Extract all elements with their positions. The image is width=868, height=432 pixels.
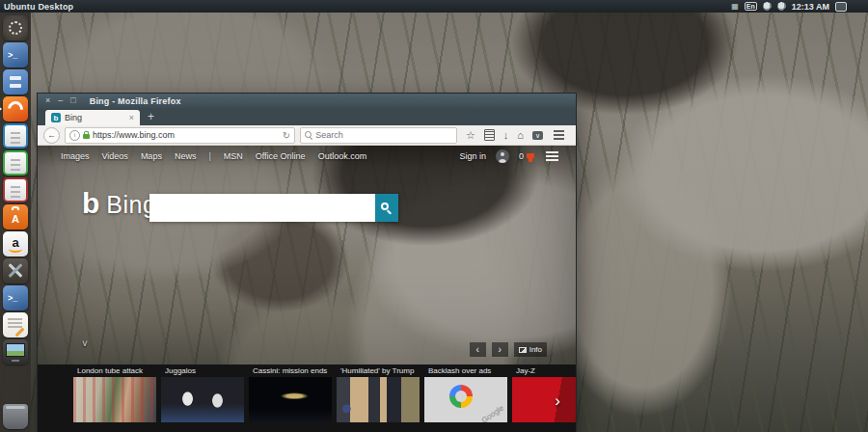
search-icon xyxy=(305,131,312,139)
launcher-trash-icon[interactable] xyxy=(3,404,28,429)
launcher-text-editor-icon[interactable] xyxy=(3,312,28,338)
carousel-prev-button[interactable]: ‹ xyxy=(470,342,486,357)
new-tab-button[interactable]: + xyxy=(148,110,154,123)
launcher-software-center-icon[interactable]: A xyxy=(3,204,28,230)
window-title: Bing - Mozilla Firefox xyxy=(90,96,181,106)
launcher-screenshot-tool-icon[interactable] xyxy=(3,339,28,364)
nav-news[interactable]: News xyxy=(175,151,197,161)
bing-search-input[interactable] xyxy=(149,194,375,222)
tab-close-icon[interactable]: × xyxy=(129,113,134,122)
news-card[interactable]: London tube attack xyxy=(73,364,156,432)
tab-bar: b Bing × + xyxy=(38,108,576,125)
url-bar[interactable]: i ↻ xyxy=(65,127,295,144)
panel-title: Ubuntu Desktop xyxy=(4,2,73,12)
nav-separator: | xyxy=(208,151,210,161)
hamburger-menu-icon[interactable] xyxy=(554,134,564,136)
launcher-libreoffice-writer-icon[interactable] xyxy=(3,123,28,148)
terminal-prompt-glyph: >_ xyxy=(3,42,28,68)
back-button[interactable]: ← xyxy=(43,127,60,144)
pocket-icon[interactable]: ∨ xyxy=(532,131,543,140)
tab-label: Bing xyxy=(65,113,125,122)
running-indicator xyxy=(0,105,6,113)
volume-icon[interactable] xyxy=(763,2,772,11)
sign-in-link[interactable]: Sign in xyxy=(459,151,486,161)
news-card-image xyxy=(512,377,576,422)
launcher: >_ A a >_ xyxy=(0,13,31,432)
launcher-libreoffice-calc-icon[interactable] xyxy=(3,150,28,176)
carousel-next-button[interactable]: › xyxy=(492,342,508,357)
bing-search-button[interactable] xyxy=(375,194,398,222)
nav-videos[interactable]: Videos xyxy=(102,151,128,161)
news-card[interactable]: Juggalos xyxy=(161,364,244,432)
launcher-amazon-icon[interactable]: a xyxy=(3,231,28,256)
news-card-label: Cassini: mission ends xyxy=(249,364,332,377)
launcher-terminal2-icon[interactable]: >_ xyxy=(3,285,28,310)
reload-icon[interactable]: ↻ xyxy=(283,130,290,141)
launcher-terminal-icon[interactable]: >_ xyxy=(3,42,28,68)
nav-msn[interactable]: MSN xyxy=(224,151,243,161)
browser-search-input[interactable] xyxy=(315,130,452,140)
home-icon[interactable]: ⌂ xyxy=(517,129,524,141)
search-bar[interactable] xyxy=(300,127,457,144)
bing-nav-bar: Images Videos Maps News | MSN Office Onl… xyxy=(38,146,576,167)
session-menu-icon[interactable] xyxy=(835,2,847,12)
avatar-icon[interactable] xyxy=(496,149,509,163)
news-card-image xyxy=(249,377,332,422)
news-card-label: Jay-Z xyxy=(512,364,576,377)
news-card-label: Juggalos xyxy=(161,364,244,377)
bing-page: Images Videos Maps News | MSN Office Onl… xyxy=(38,146,576,432)
https-lock-icon[interactable] xyxy=(83,134,90,139)
scroll-down-chevron-icon[interactable]: ˅ xyxy=(82,338,88,349)
keyboard-indicator-icon[interactable]: ▦ xyxy=(731,3,739,11)
toolbar-actions: ☆ ↓ ⌂ ∨ xyxy=(462,128,570,142)
news-card-image xyxy=(337,377,420,422)
news-card-image xyxy=(161,377,244,422)
nav-images[interactable]: Images xyxy=(61,151,90,161)
bing-logo: b Bing xyxy=(82,190,156,219)
news-card[interactable]: Backlash over ads Google xyxy=(424,364,507,432)
network-icon[interactable] xyxy=(777,2,786,11)
desktop: Ubuntu Desktop ▦ En 12:13 AM >_ A a >_ × xyxy=(0,0,868,432)
url-input[interactable] xyxy=(93,130,280,140)
close-window-icon[interactable]: × xyxy=(45,96,50,105)
rewards-trophy-icon xyxy=(527,153,534,159)
bing-menu-icon[interactable] xyxy=(546,155,558,157)
bookmark-star-icon[interactable]: ☆ xyxy=(466,129,475,142)
news-card-label: London tube attack xyxy=(73,364,156,377)
launcher-libreoffice-impress-icon[interactable] xyxy=(3,177,28,202)
launcher-ubuntu-dash-icon[interactable] xyxy=(3,15,28,40)
bing-logo-mark: b xyxy=(82,190,99,217)
rewards-count: 0 xyxy=(519,151,524,161)
news-card[interactable]: Cassini: mission ends xyxy=(249,364,332,432)
news-strip: London tube attack Juggalos Cassini: mis… xyxy=(38,364,576,432)
search-icon xyxy=(381,202,393,214)
news-card[interactable]: 'Humiliated' by Trump xyxy=(337,364,420,432)
firefox-window: × – □ Bing - Mozilla Firefox b Bing × + … xyxy=(37,93,577,432)
news-card[interactable]: Jay-Z xyxy=(512,364,576,432)
google-logo-icon xyxy=(449,385,473,408)
news-strip-next-icon[interactable]: › xyxy=(555,393,560,409)
launcher-system-settings-icon[interactable] xyxy=(3,258,28,284)
nav-office-online[interactable]: Office Online xyxy=(256,151,306,161)
rewards-widget[interactable]: 0 xyxy=(519,151,534,161)
software-a-glyph: A xyxy=(3,204,28,230)
language-indicator[interactable]: En xyxy=(745,2,757,11)
terminal-prompt-glyph: >_ xyxy=(3,285,28,310)
news-card-label: 'Humiliated' by Trump xyxy=(337,364,420,377)
window-titlebar[interactable]: × – □ Bing - Mozilla Firefox xyxy=(38,94,576,108)
launcher-firefox-icon[interactable] xyxy=(3,96,28,122)
carousel-controls: ‹ › Info xyxy=(470,342,547,357)
nav-maps[interactable]: Maps xyxy=(141,151,162,161)
navigation-toolbar: ← i ↻ ☆ ↓ ⌂ ∨ xyxy=(38,125,576,146)
image-info-button[interactable]: Info xyxy=(514,342,547,357)
minimize-window-icon[interactable]: – xyxy=(58,96,63,105)
page-info-icon[interactable]: i xyxy=(69,130,80,141)
clock[interactable]: 12:13 AM xyxy=(792,2,829,12)
tab-bing[interactable]: b Bing × xyxy=(45,110,140,125)
nav-outlook[interactable]: Outlook.com xyxy=(318,151,367,161)
top-panel: Ubuntu Desktop ▦ En 12:13 AM xyxy=(0,0,868,13)
maximize-window-icon[interactable]: □ xyxy=(70,96,75,105)
library-icon[interactable] xyxy=(484,129,495,141)
downloads-icon[interactable]: ↓ xyxy=(503,129,509,141)
launcher-file-manager-icon[interactable] xyxy=(3,69,28,94)
